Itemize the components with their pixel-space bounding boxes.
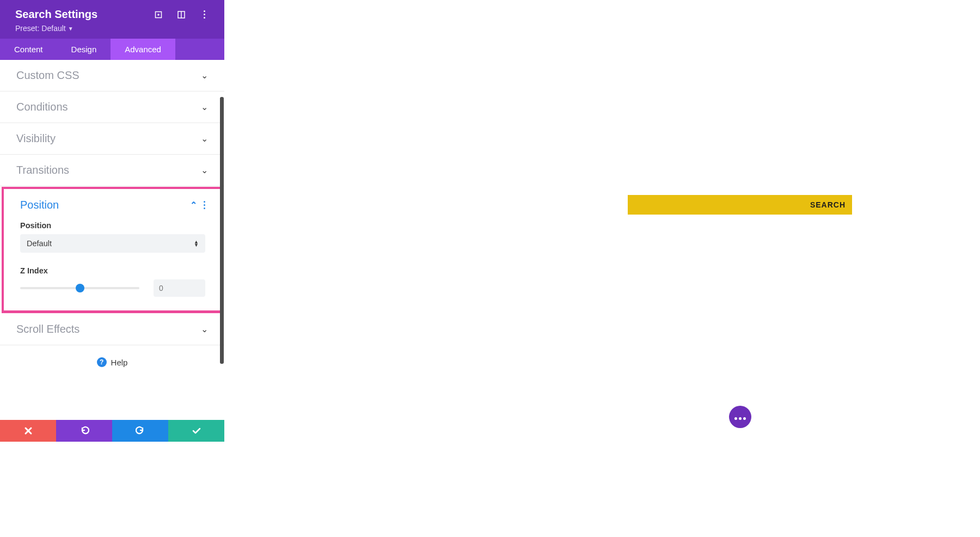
section-title-position: Position (20, 199, 59, 211)
redo-button[interactable] (112, 420, 168, 442)
section-conditions[interactable]: Conditions ⌄ (0, 91, 224, 123)
position-field-label: Position (20, 221, 205, 230)
bottom-action-bar (0, 420, 224, 442)
svg-point-1 (158, 14, 159, 15)
confirm-button[interactable] (168, 420, 224, 442)
select-caret-icon: ▲▼ (194, 240, 199, 247)
close-icon (24, 426, 33, 435)
zindex-slider[interactable] (20, 287, 139, 289)
panel-title: Search Settings (15, 8, 97, 21)
settings-panel: Search Settings Preset: Default ▼ Conten… (0, 0, 224, 442)
tab-advanced[interactable]: Advanced (111, 39, 175, 60)
section-title-custom-css: Custom CSS (16, 69, 79, 82)
undo-button[interactable] (56, 420, 112, 442)
section-position-header[interactable]: Position ⌃ (4, 189, 222, 221)
kebab-icon[interactable] (199, 10, 209, 20)
slider-thumb[interactable] (76, 284, 84, 292)
chevron-down-icon: ⌄ (201, 70, 208, 81)
redo-icon (136, 426, 145, 436)
section-title-visibility: Visibility (16, 132, 56, 145)
position-select-value: Default (27, 239, 52, 248)
section-scroll-effects[interactable]: Scroll Effects ⌄ (0, 314, 224, 345)
position-select[interactable]: Default ▲▼ (20, 234, 205, 253)
kebab-icon[interactable] (204, 201, 205, 209)
caret-down-icon: ▼ (68, 26, 74, 32)
panel-header-row: Search Settings (15, 8, 209, 21)
panel-header-icons (154, 10, 209, 20)
preset-value-text: Default (41, 24, 65, 33)
help-icon: ? (97, 357, 107, 367)
close-button[interactable] (0, 420, 56, 442)
search-module[interactable]: SEARCH (628, 195, 852, 215)
help-link[interactable]: ? Help (0, 345, 224, 379)
zindex-controls (20, 279, 205, 297)
section-transitions[interactable]: Transitions ⌄ (0, 155, 224, 186)
dots-icon (734, 412, 747, 422)
section-title-conditions: Conditions (16, 101, 68, 113)
zindex-input[interactable] (154, 279, 205, 297)
tab-design[interactable]: Design (57, 39, 111, 60)
builder-fab[interactable] (729, 406, 751, 428)
section-title-transitions: Transitions (16, 164, 69, 176)
tab-bar: Content Design Advanced (0, 39, 224, 60)
zindex-field-label: Z Index (20, 266, 205, 275)
chevron-down-icon: ⌄ (201, 102, 208, 112)
expand-icon[interactable] (154, 10, 163, 20)
section-custom-css[interactable]: Custom CSS ⌄ (0, 60, 224, 91)
help-label: Help (111, 358, 128, 367)
undo-icon (79, 426, 89, 436)
section-title-scroll-effects: Scroll Effects (16, 323, 79, 335)
preset-selector[interactable]: Preset: Default ▼ (15, 24, 74, 33)
chevron-down-icon: ⌄ (201, 133, 208, 144)
section-visibility[interactable]: Visibility ⌄ (0, 123, 224, 155)
scrollbar-thumb[interactable] (220, 97, 224, 364)
check-icon (192, 426, 201, 436)
preview-canvas: SEARCH (224, 0, 980, 537)
position-body: Position Default ▲▼ Z Index (4, 221, 222, 310)
responsive-icon[interactable] (176, 10, 186, 20)
search-button-label: SEARCH (810, 200, 846, 209)
highlighted-position-section: Position ⌃ Position Default ▲▼ Z Index (2, 187, 224, 313)
chevron-down-icon: ⌄ (201, 165, 208, 175)
panel-header: Search Settings Preset: Default ▼ (0, 0, 224, 39)
tab-content[interactable]: Content (0, 39, 57, 60)
settings-scroll-area: Custom CSS ⌄ Conditions ⌄ Visibility ⌄ T… (0, 60, 224, 420)
preset-label-text: Preset: (15, 24, 39, 33)
chevron-down-icon: ⌄ (201, 324, 208, 334)
chevron-up-icon: ⌃ (190, 200, 197, 210)
